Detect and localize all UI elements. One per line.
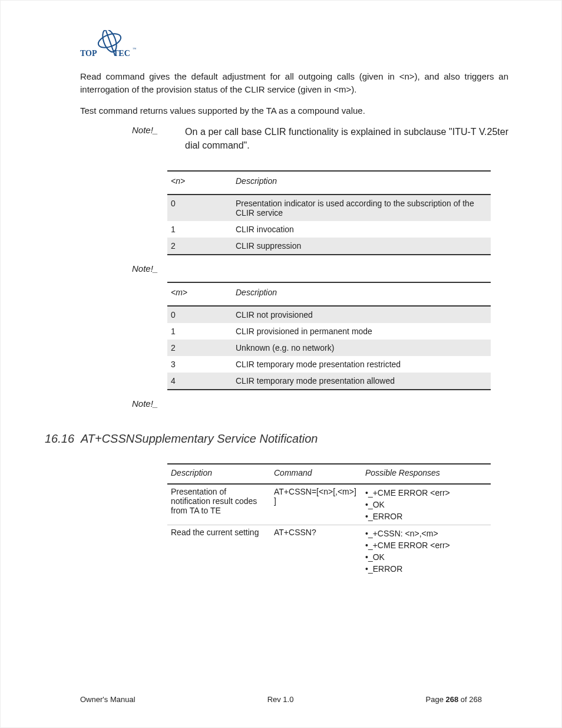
table-m-wrap: <m> Description 0CLIR not provisioned1CL… [167, 282, 491, 390]
response-item: OK [365, 499, 487, 510]
cell-key: 4 [167, 373, 232, 390]
th-n: <n> [167, 171, 232, 195]
cell-key: 3 [167, 356, 232, 373]
toptec-logo-icon: TOP TEC ™ [80, 30, 139, 58]
response-item: +CME ERROR <err> [365, 487, 487, 499]
table-row: 1CLIR invocation [167, 221, 491, 238]
response-item: ERROR [365, 563, 487, 575]
cell-desc: CLIR invocation [232, 221, 491, 238]
th-cmd-resp: Possible Responses [362, 464, 491, 484]
table-row: 3CLIR temporary mode presentation restri… [167, 356, 491, 373]
cell-key: 2 [167, 340, 232, 356]
cell-command: AT+CSSN? [270, 525, 362, 577]
cell-responses: +CME ERROR <err>OKERROR [362, 484, 491, 525]
th-n-desc: Description [232, 171, 491, 195]
response-item: +CSSN: <n>,<m> [365, 528, 487, 539]
svg-text:TOP: TOP [80, 49, 97, 58]
cell-desc: CLIR temporary mode presentation allowed [232, 373, 491, 390]
cell-desc: CLIR not provisioned [232, 306, 491, 323]
logo: TOP TEC ™ [80, 30, 526, 58]
cell-responses: +CSSN: <n>,<m>+CME ERROR <err>OKERROR [362, 525, 491, 577]
th-cmd-cmd: Command [270, 464, 362, 484]
table-row: 0Presentation indicator is used accordin… [167, 195, 491, 221]
cell-desc: Read the current setting [167, 525, 270, 577]
footer-right: Page 268 of 268 [426, 695, 482, 704]
cell-key: 1 [167, 323, 232, 340]
svg-text:™: ™ [133, 47, 136, 51]
note-main: Note!_ On a per call base CLIR functiona… [132, 125, 508, 152]
cell-key: 1 [167, 221, 232, 238]
cell-key: 2 [167, 238, 232, 255]
section-title: AT+CSSNSupplementary Service Notificatio… [81, 432, 318, 445]
cmd-table: Description Command Possible Responses P… [167, 463, 491, 577]
table-row: 4CLIR temporary mode presentation allowe… [167, 373, 491, 390]
response-item: +CME ERROR <err> [365, 539, 487, 551]
table-row: Presentation of notification result code… [167, 484, 491, 525]
cell-desc: Unknown (e.g. no network) [232, 340, 491, 356]
note-2: Note!_ [132, 263, 508, 274]
note-label: Note!_ [132, 125, 185, 152]
cell-desc: CLIR suppression [232, 238, 491, 255]
table-n: <n> Description 0Presentation indicator … [167, 170, 491, 255]
page: TOP TEC ™ Read command gives the default… [0, 0, 562, 728]
note-3: Note!_ [132, 398, 508, 409]
cmd-table-wrap: Description Command Possible Responses P… [167, 463, 491, 577]
section-number: 16.16 [45, 432, 74, 445]
section-heading: 16.16 AT+CSSNSupplementary Service Notif… [45, 432, 508, 446]
table-row: 0CLIR not provisioned [167, 306, 491, 323]
content-area: Read command gives the default adjustmen… [80, 70, 508, 577]
response-item: ERROR [365, 510, 487, 522]
th-m: <m> [167, 282, 232, 306]
cell-desc: CLIR provisioned in permanent mode [232, 323, 491, 340]
table-row: 1CLIR provisioned in permanent mode [167, 323, 491, 340]
cell-desc: Presentation of notification result code… [167, 484, 270, 525]
response-item: OK [365, 551, 487, 563]
th-m-desc: Description [232, 282, 491, 306]
table-row: Read the current settingAT+CSSN?+CSSN: <… [167, 525, 491, 577]
footer-center: Rev 1.0 [267, 695, 294, 704]
note-body: On a per call base CLIR functionality is… [185, 125, 508, 152]
table-row: 2CLIR suppression [167, 238, 491, 255]
svg-text:TEC: TEC [113, 49, 130, 58]
cell-desc: Presentation indicator is used according… [232, 195, 491, 221]
table-row: 2Unknown (e.g. no network) [167, 340, 491, 356]
cell-key: 0 [167, 306, 232, 323]
cell-desc: CLIR temporary mode presentation restric… [232, 356, 491, 373]
table-n-wrap: <n> Description 0Presentation indicator … [167, 170, 491, 255]
footer-left: Owner's Manual [80, 695, 135, 704]
th-cmd-desc: Description [167, 464, 270, 484]
footer: Owner's Manual Rev 1.0 Page 268 of 268 [36, 695, 526, 704]
table-m: <m> Description 0CLIR not provisioned1CL… [167, 282, 491, 390]
paragraph-test-command: Test command returns values supported by… [80, 104, 508, 117]
cell-key: 0 [167, 195, 232, 221]
cell-command: AT+CSSN=[<n>[,<m>] ] [270, 484, 362, 525]
paragraph-read-command: Read command gives the default adjustmen… [80, 70, 508, 96]
